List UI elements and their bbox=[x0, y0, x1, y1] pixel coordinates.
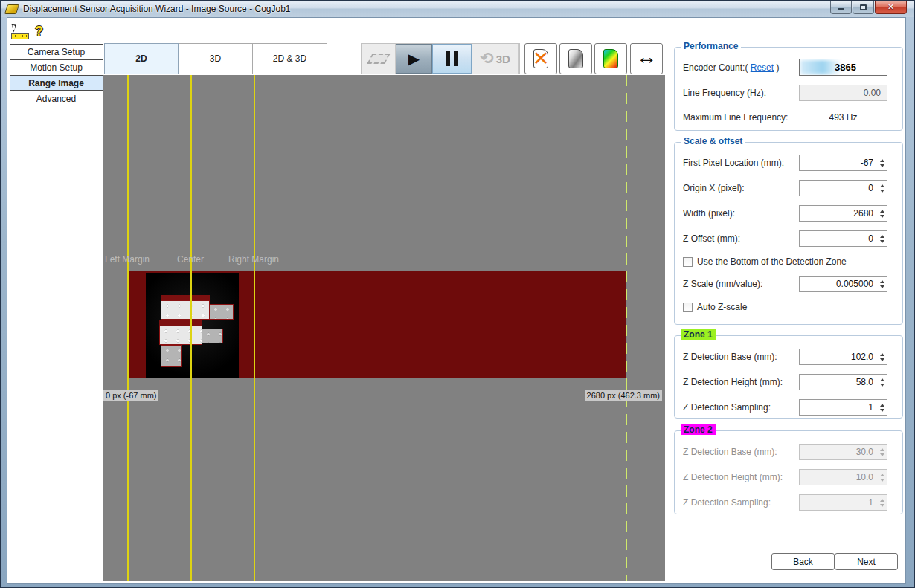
grayscale-page-icon bbox=[568, 49, 583, 68]
spin-up-icon[interactable] bbox=[880, 159, 884, 162]
zone1-sampling-field[interactable]: 1 bbox=[799, 399, 887, 416]
use-bottom-checkbox[interactable] bbox=[683, 257, 693, 267]
pause-icon bbox=[446, 51, 458, 66]
wizard-step-list: Camera Setup Motion Setup Range Image Ad… bbox=[10, 44, 103, 106]
app-window: Displacement Sensor Acquisition Wizard -… bbox=[0, 0, 915, 588]
spin-down-icon bbox=[880, 504, 884, 507]
scale-offset-title: Scale & offset bbox=[681, 136, 745, 146]
zone1-base-field[interactable]: 102.0 bbox=[799, 349, 887, 365]
zone1-sampling-label: Z Detection Sampling: bbox=[683, 402, 771, 413]
performance-title: Performance bbox=[681, 41, 741, 51]
no-image-button[interactable]: ✕ bbox=[524, 43, 557, 74]
ruler-icon bbox=[11, 33, 29, 39]
acquisition-end-line[interactable] bbox=[626, 75, 627, 581]
use-bottom-checkbox-label: Use the Bottom of the Detection Zone bbox=[697, 256, 847, 267]
grayscale-palette-button[interactable] bbox=[559, 43, 592, 74]
tab-2d-and-3d[interactable]: 2D & 3D bbox=[253, 43, 327, 74]
spin-down-icon[interactable] bbox=[880, 384, 884, 387]
origin-x-field[interactable]: 0 bbox=[799, 180, 887, 196]
tab-2d[interactable]: 2D bbox=[104, 43, 179, 74]
range-image-viewer[interactable]: Left Margin Center Right Margin 0 px (-6… bbox=[103, 75, 665, 581]
spin-down-icon[interactable] bbox=[880, 215, 884, 218]
sidebar-item-range-image[interactable]: Range Image bbox=[10, 75, 103, 91]
sidebar-item-camera-setup[interactable]: Camera Setup bbox=[10, 44, 103, 59]
select-region-button[interactable] bbox=[362, 44, 396, 74]
spin-up-icon bbox=[880, 474, 884, 476]
left-margin-label: Left Margin bbox=[105, 254, 150, 265]
z-scale-field[interactable]: 0.005000 bbox=[799, 276, 887, 292]
spin-down-icon[interactable] bbox=[880, 190, 884, 193]
refresh-3d-label: 3D bbox=[496, 53, 510, 65]
right-margin-line[interactable] bbox=[254, 75, 255, 581]
first-pixel-label: First Pixel Location (mm): bbox=[683, 158, 784, 168]
encoder-count-value: 3865 bbox=[835, 62, 856, 73]
spin-down-icon[interactable] bbox=[880, 164, 884, 167]
maximize-button[interactable] bbox=[853, 1, 874, 14]
zone1-height-label: Z Detection Height (mm): bbox=[683, 377, 783, 387]
z-offset-field[interactable]: 0 bbox=[799, 230, 887, 247]
play-icon: ▶ bbox=[408, 51, 420, 66]
spin-up-icon[interactable] bbox=[880, 235, 884, 238]
z-scale-label: Z Scale (mm/value): bbox=[683, 279, 762, 289]
help-icon[interactable]: ? bbox=[35, 24, 43, 39]
color-palette-button[interactable] bbox=[594, 43, 627, 74]
app-icon bbox=[4, 4, 19, 14]
sidebar-item-motion-setup[interactable]: Motion Setup bbox=[10, 59, 103, 75]
minimize-button[interactable] bbox=[830, 1, 852, 14]
no-image-x-icon: ✕ bbox=[533, 49, 550, 69]
measure-pointer-icon[interactable] bbox=[11, 23, 30, 41]
encoder-count-label: Encoder Count:( Reset ) bbox=[683, 62, 779, 73]
line-frequency-label: Line Frequency (Hz): bbox=[683, 88, 766, 98]
close-button[interactable]: ✕ bbox=[875, 1, 907, 14]
minimize-icon bbox=[838, 8, 844, 10]
right-margin-label: Right Margin bbox=[228, 254, 279, 265]
spin-down-icon[interactable] bbox=[880, 409, 884, 412]
acquisition-toolbar: ▶ ⟲ 3D bbox=[361, 43, 520, 74]
title-bar[interactable]: Displacement Sensor Acquisition Wizard -… bbox=[1, 1, 914, 17]
maximize-icon bbox=[860, 4, 867, 10]
zone2-sampling-label: Z Detection Sampling: bbox=[683, 497, 771, 508]
auto-z-scale-checkbox[interactable] bbox=[683, 303, 693, 312]
reset-link[interactable]: Reset bbox=[751, 62, 774, 73]
next-button[interactable]: Next bbox=[835, 553, 898, 570]
cursor-arrow-icon bbox=[12, 22, 19, 32]
spin-up-icon[interactable] bbox=[880, 378, 884, 381]
spin-down-icon bbox=[880, 453, 884, 456]
spin-down-icon bbox=[880, 479, 884, 482]
center-line[interactable] bbox=[190, 75, 192, 581]
play-button[interactable]: ▶ bbox=[396, 44, 432, 74]
spin-up-icon[interactable] bbox=[880, 210, 884, 213]
max-line-frequency-label: Maximum Line Frequency: bbox=[683, 112, 788, 123]
spin-down-icon[interactable] bbox=[880, 240, 884, 243]
tab-3d[interactable]: 3D bbox=[179, 43, 253, 74]
zone1-group: Zone 1 Z Detection Base (mm): 102.0 Z De… bbox=[674, 335, 903, 419]
back-button[interactable]: Back bbox=[771, 553, 835, 570]
fit-width-arrow-icon: ↔ bbox=[636, 47, 657, 68]
z-offset-label: Z Offset (mm): bbox=[683, 233, 740, 244]
first-pixel-field[interactable]: -67 bbox=[799, 155, 887, 171]
performance-group: Performance Encoder Count:( Reset ) 3865… bbox=[674, 47, 903, 131]
sidebar-item-advanced[interactable]: Advanced bbox=[10, 91, 103, 106]
encoder-count-field[interactable]: 3865 bbox=[799, 59, 887, 76]
start-pixel-label: 0 px (-67 mm) bbox=[103, 390, 158, 401]
fit-width-button[interactable]: ↔ bbox=[630, 43, 663, 74]
width-field[interactable]: 2680 bbox=[799, 205, 887, 222]
spin-up-icon[interactable] bbox=[880, 404, 884, 407]
zone1-height-field[interactable]: 58.0 bbox=[799, 374, 887, 390]
spin-down-icon[interactable] bbox=[880, 285, 884, 288]
refresh-3d-button[interactable]: ⟲ 3D bbox=[472, 44, 519, 74]
spin-up-icon bbox=[880, 448, 884, 451]
spin-up-icon[interactable] bbox=[880, 280, 884, 283]
spin-up-icon[interactable] bbox=[880, 353, 884, 356]
pause-button[interactable] bbox=[432, 44, 472, 74]
spin-up-icon[interactable] bbox=[880, 184, 884, 187]
origin-x-label: Origin X (pixel): bbox=[683, 183, 745, 193]
zone2-height-field: 10.0 bbox=[799, 469, 887, 485]
left-margin-line[interactable] bbox=[127, 75, 129, 581]
region-parallelogram-icon bbox=[367, 54, 390, 64]
zone2-group: Zone 2 Z Detection Base (mm): 30.0 Z Det… bbox=[674, 430, 903, 514]
max-line-frequency-value: 493 Hz bbox=[799, 112, 887, 123]
center-label: Center bbox=[177, 254, 204, 265]
zone2-title: Zone 2 bbox=[681, 424, 716, 435]
spin-down-icon[interactable] bbox=[880, 358, 884, 361]
